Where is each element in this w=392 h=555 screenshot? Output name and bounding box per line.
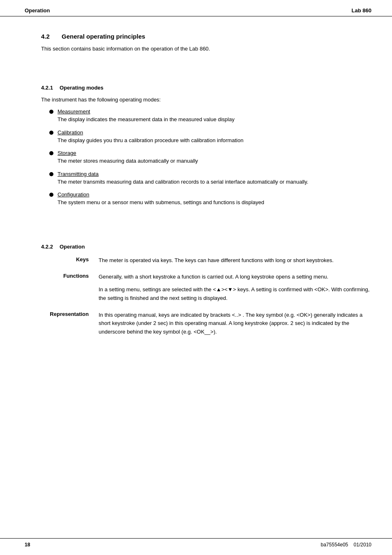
list-item: Storage The meter stores measuring data … [49, 150, 371, 165]
mode-calibration-label: Calibration [58, 129, 371, 136]
section-421-number: 4.2.1 [41, 85, 53, 91]
section-42-title: General operating principles [62, 33, 145, 40]
main-content: 4.2 General operating principles This se… [0, 16, 392, 369]
def-desc-representation: In this operating manual, keys are indic… [99, 311, 371, 336]
section-42-heading: 4.2 General operating principles [41, 33, 371, 40]
section-421-heading: 4.2.1 Operating modes [41, 85, 371, 91]
footer-page-number: 18 [25, 542, 30, 548]
def-desc-functions-p1: Generally, with a short keystroke a func… [99, 273, 371, 281]
list-item: Configuration The system menu or a senso… [49, 191, 371, 207]
page: Operation Lab 860 4.2 General operating … [0, 0, 392, 555]
list-item: Measurement The display indicates the me… [49, 108, 371, 124]
definitions-list: Keys The meter is operated via keys. The… [41, 256, 371, 337]
def-term-functions: Functions [41, 273, 99, 279]
bullet-dot-icon [49, 193, 53, 197]
mode-calibration: Calibration The display guides you thru … [58, 129, 371, 145]
section-422-title: Operation [60, 244, 85, 250]
list-item: Calibration The display guides you thru … [49, 129, 371, 145]
page-header: Operation Lab 860 [0, 0, 392, 16]
footer-doc-ref: ba75554e05 01/2010 [321, 542, 371, 548]
header-product-label: Lab 860 [352, 7, 371, 14]
mode-measurement-label: Measurement [58, 108, 371, 115]
section-42-intro: This section contains basic information … [41, 46, 371, 52]
mode-storage-desc: The meter stores measuring data automati… [58, 158, 198, 164]
def-item-keys: Keys The meter is operated via keys. The… [41, 256, 371, 265]
bullet-dot-icon [49, 151, 53, 155]
def-desc-functions: Generally, with a short keystroke a func… [99, 273, 371, 302]
def-desc-functions-p2: In a setting menu, settings are selected… [99, 286, 371, 303]
mode-calibration-desc: The display guides you thru a calibratio… [58, 137, 243, 143]
section-42-number: 4.2 [41, 33, 53, 40]
bullet-dot-icon [49, 131, 53, 135]
bullet-dot-icon [49, 110, 53, 114]
mode-storage: Storage The meter stores measuring data … [58, 150, 371, 165]
section-422-heading: 4.2.2 Operation [41, 244, 371, 250]
page-footer: 18 ba75554e05 01/2010 [0, 538, 392, 548]
section-421-title: Operating modes [60, 85, 104, 91]
mode-configuration-label: Configuration [58, 191, 371, 198]
def-term-representation: Representation [41, 311, 99, 317]
mode-storage-label: Storage [58, 150, 371, 156]
header-section-label: Operation [25, 7, 50, 14]
mode-measurement-desc: The display indicates the measurement da… [58, 116, 235, 122]
footer-date: 01/2010 [354, 542, 371, 548]
mode-transmitting-desc: The meter transmits measuring data and c… [58, 179, 308, 185]
list-item: Transmitting data The meter transmits me… [49, 171, 371, 186]
def-desc-representation-text: In this operating manual, keys are indic… [99, 311, 371, 336]
footer-doc-ref-text: ba75554e05 [321, 542, 348, 548]
def-desc-keys: The meter is operated via keys. The keys… [99, 256, 371, 265]
mode-transmitting-label: Transmitting data [58, 171, 371, 177]
section-422: 4.2.2 Operation Keys The meter is operat… [41, 244, 371, 337]
section-421: 4.2.1 Operating modes The instrument has… [41, 85, 371, 207]
mode-measurement: Measurement The display indicates the me… [58, 108, 371, 124]
section-422-number: 4.2.2 [41, 244, 53, 250]
def-term-keys: Keys [41, 256, 99, 263]
bullet-dot-icon [49, 172, 53, 176]
def-item-functions: Functions Generally, with a short keystr… [41, 273, 371, 302]
mode-configuration-desc: The system menu or a sensor menu with su… [58, 199, 264, 205]
operating-modes-list: Measurement The display indicates the me… [49, 108, 371, 207]
mode-transmitting: Transmitting data The meter transmits me… [58, 171, 371, 186]
def-desc-keys-text: The meter is operated via keys. The keys… [99, 256, 371, 265]
def-item-representation: Representation In this operating manual,… [41, 311, 371, 336]
mode-configuration: Configuration The system menu or a senso… [58, 191, 371, 207]
section-421-intro: The instrument has the following operati… [41, 97, 371, 103]
